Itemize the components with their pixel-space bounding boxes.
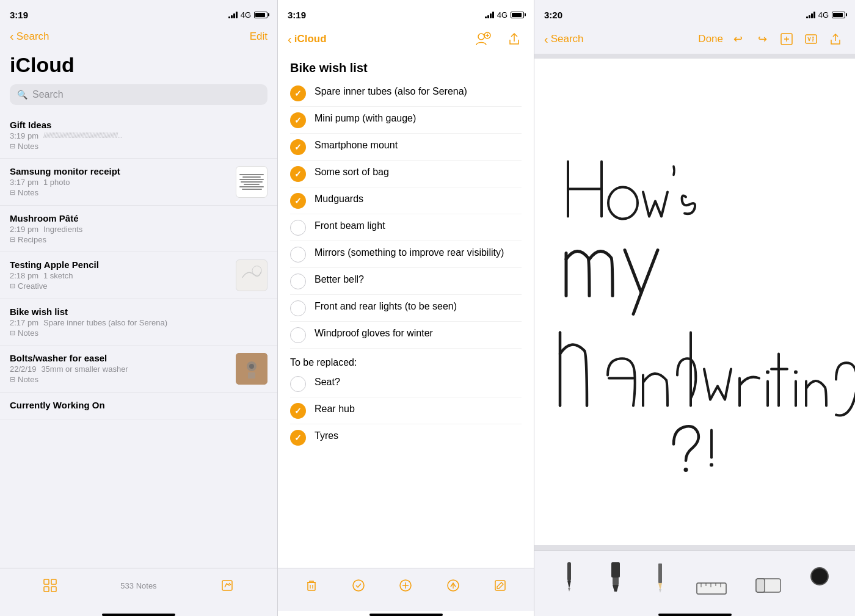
note-meta: 3:19 pm ////////////////////////////////…: [10, 131, 267, 140]
check-circle-checked: ✓: [290, 403, 306, 419]
add-person-button[interactable]: [473, 29, 492, 49]
compose-icon: [220, 579, 234, 592]
back-button-right[interactable]: ‹ Search: [544, 32, 584, 46]
check-item-unchecked[interactable]: Seat?: [290, 371, 522, 397]
pen-tool[interactable]: [561, 558, 578, 595]
svg-point-34: [794, 371, 798, 374]
search-icon: 🔍: [17, 90, 27, 100]
note-preview: 1 photo: [43, 178, 70, 187]
check-label: Rear hub: [315, 402, 522, 416]
list-item[interactable]: Bike wish list 2:17 pm Spare inner tubes…: [0, 299, 277, 346]
note-meta: 3:17 pm 1 photo: [10, 178, 228, 187]
eraser-tool[interactable]: [755, 558, 782, 595]
note-content: Samsung monitor receipt 3:17 pm 1 photo …: [10, 166, 228, 197]
folder-name: Notes: [18, 188, 38, 197]
back-label-right: Search: [551, 33, 584, 45]
network-type: 4G: [497, 10, 508, 20]
folder-icon: ⊟: [10, 375, 15, 383]
status-bar-right: 3:20 4G: [534, 0, 855, 27]
add-button-middle[interactable]: [395, 574, 417, 596]
svg-rect-43: [658, 563, 662, 583]
checkmark-icon: ✓: [294, 89, 302, 98]
status-icons-middle: 4G: [485, 10, 524, 20]
svg-point-0: [252, 266, 261, 275]
nav-bar-left: ‹ Search Edit: [0, 27, 277, 48]
photo-preview: [236, 353, 267, 385]
svg-rect-15: [308, 582, 315, 590]
note-thumbnail: [236, 259, 267, 291]
edit-button[interactable]: Edit: [250, 31, 267, 43]
folder-name: Recipes: [18, 235, 46, 244]
add-icon: [399, 579, 412, 592]
add-note-button[interactable]: [777, 29, 796, 49]
back-button-middle[interactable]: ‹ iCloud: [288, 32, 327, 46]
compose-button[interactable]: [216, 574, 238, 596]
compose-button-middle[interactable]: [489, 574, 511, 596]
eraser-icon: [755, 576, 782, 595]
back-button-left[interactable]: ‹ Search: [10, 29, 49, 43]
trash-button[interactable]: [300, 574, 322, 596]
note-preview: 1 sketch: [43, 271, 73, 280]
marker-tool[interactable]: [606, 558, 625, 595]
check-item-checked[interactable]: ✓ Spare inner tubes (also for Serena): [290, 80, 522, 107]
check-item-unchecked[interactable]: Better bell?: [290, 268, 522, 295]
note-time: 2:18 pm: [10, 271, 38, 280]
undo-button[interactable]: ↩: [728, 29, 748, 49]
share-button-right[interactable]: [826, 29, 845, 49]
check-item-unchecked[interactable]: Front and rear lights (to be seen): [290, 295, 522, 322]
ruler-tool[interactable]: [696, 558, 727, 595]
check-item-checked[interactable]: ✓ Tyres: [290, 424, 522, 451]
svg-point-32: [608, 187, 638, 219]
check-label: Seat?: [315, 375, 522, 389]
drawing-panel: 3:20 4G ‹ Search Done ↩ ↪: [534, 0, 855, 616]
list-item[interactable]: Bolts/washer for easel 22/2/19 35mm or s…: [0, 346, 277, 393]
time-right: 3:20: [544, 10, 562, 20]
svg-rect-53: [756, 579, 765, 592]
checklist-button[interactable]: [347, 574, 369, 596]
signal-icon: [806, 11, 815, 18]
network-type: 4G: [241, 10, 251, 20]
list-item[interactable]: Gift Ideas 3:19 pm /////////////////////…: [0, 112, 277, 159]
trash-icon: [305, 579, 318, 592]
drawing-area[interactable]: [534, 59, 855, 545]
list-item[interactable]: Mushroom Pâté 2:19 pm Ingredients ⊟ Reci…: [0, 206, 277, 252]
signal-icon: [485, 11, 494, 18]
list-item[interactable]: Testing Apple Pencil 2:18 pm 1 sketch ⊟ …: [0, 252, 277, 299]
pencil-tool[interactable]: [653, 558, 668, 595]
svg-marker-45: [659, 589, 661, 593]
battery-icon: [832, 12, 845, 18]
check-label: Mirrors (something to improve rear visib…: [315, 246, 522, 259]
check-item-unchecked[interactable]: Mirrors (something to improve rear visib…: [290, 241, 522, 268]
check-item-unchecked[interactable]: Windproof gloves for winter: [290, 322, 522, 349]
back-arrow-icon: ‹: [544, 32, 548, 46]
compose-icon: [493, 579, 507, 592]
format-button[interactable]: [801, 29, 821, 49]
check-label: Tyres: [315, 429, 522, 443]
check-item-checked[interactable]: ✓ Mini pump (with gauge): [290, 107, 522, 134]
check-item-checked[interactable]: ✓ Some sort of bag: [290, 161, 522, 187]
separator-top: [534, 54, 855, 59]
check-label: Smartphone mount: [315, 139, 522, 152]
send-icon: [446, 579, 460, 592]
color-picker[interactable]: [810, 567, 829, 585]
section-label: To be replaced:: [290, 349, 522, 371]
search-bar[interactable]: 🔍 Search: [10, 84, 267, 105]
list-item[interactable]: Samsung monitor receipt 3:17 pm 1 photo …: [0, 159, 277, 206]
note-preview: Ingredients: [43, 225, 82, 234]
gallery-button[interactable]: [39, 574, 61, 596]
check-item-checked[interactable]: ✓ Mudguards: [290, 187, 522, 214]
check-item-checked[interactable]: ✓ Rear hub: [290, 397, 522, 424]
send-button[interactable]: [442, 574, 464, 596]
redo-button[interactable]: ↪: [752, 29, 772, 49]
check-label: Front and rear lights (to be seen): [315, 300, 522, 313]
done-button[interactable]: Done: [698, 33, 723, 45]
check-item-unchecked[interactable]: Front beam light: [290, 214, 522, 241]
checkmark-icon: ✓: [294, 196, 302, 206]
svg-rect-28: [806, 35, 817, 43]
ruler-icon: [696, 582, 727, 595]
format-icon: [804, 32, 818, 46]
list-item[interactable]: Currently Working On: [0, 393, 277, 419]
share-button-middle[interactable]: [504, 29, 524, 49]
check-item-checked[interactable]: ✓ Smartphone mount: [290, 134, 522, 161]
back-label-middle: iCloud: [294, 33, 327, 45]
